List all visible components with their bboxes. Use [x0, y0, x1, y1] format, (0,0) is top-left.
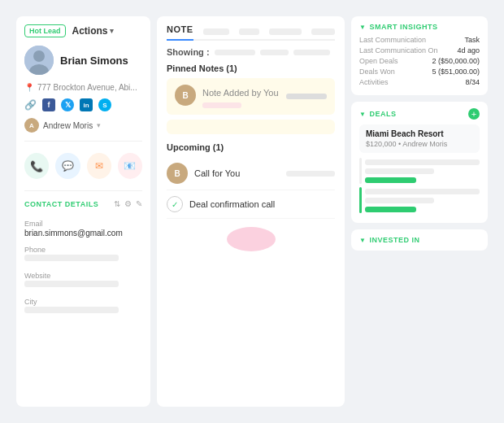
chevron-down-icon: ▼	[359, 111, 366, 118]
upcoming-time	[286, 171, 335, 177]
linkedin-icon[interactable]: in	[80, 98, 93, 111]
link-icon[interactable]: 🔗	[24, 99, 37, 111]
phone-field: Phone	[24, 242, 142, 264]
add-deal-button[interactable]: +	[468, 108, 480, 120]
insight-last-comm-on: Last Communication On 4d ago	[359, 46, 480, 55]
tab-placeholder-3[interactable]	[269, 28, 302, 35]
city-field: City	[24, 294, 142, 316]
deal-bar-accent-2	[359, 187, 362, 213]
phone-button[interactable]: 📞	[24, 153, 49, 179]
tabs-row: NOTE	[167, 24, 335, 41]
deal-amount-owner: $120,000 • Andrew Moris	[366, 140, 473, 148]
deal-name: Miami Beach Resort	[366, 129, 473, 138]
edit-icon[interactable]: ✎	[136, 199, 142, 208]
smart-insights-card: ▼ SMART INSIGHTS Last Communication Task…	[351, 16, 488, 95]
tab-placeholder-1[interactable]	[203, 28, 230, 35]
upcoming-call-text: Call for You	[194, 168, 280, 178]
pinned-note-card[interactable]: B Note Added by You	[167, 78, 335, 115]
contact-details-title: CONTACT DETAILS	[24, 200, 98, 208]
action-icons-row: 📞 💬 ✉ 📧	[24, 153, 142, 179]
app-container: Hot Lead Actions ▾ Brian Simons 📍 777 Br…	[8, 8, 496, 415]
contact-name-row: Brian Simons	[24, 46, 142, 75]
twitter-icon[interactable]: 𝕏	[61, 98, 74, 111]
insight-last-comm: Last Communication Task	[359, 36, 480, 44]
deals-title: ▼ DEALS	[359, 110, 396, 118]
divider	[24, 141, 142, 142]
upcoming-title: Upcoming (1)	[167, 142, 335, 152]
deal-bar-row-1	[359, 158, 480, 184]
note-text: Note Added by You	[202, 88, 279, 98]
upcoming-avatar: B	[167, 163, 188, 184]
location-icon: 📍	[24, 83, 34, 92]
email-field: Email brian.simmons@gmail.com	[24, 216, 142, 238]
tab-placeholder-2[interactable]	[239, 28, 259, 35]
insight-deals-won: Deals Won 5 ($51,000.00)	[359, 68, 480, 76]
right-panel: ▼ SMART INSIGHTS Last Communication Task…	[351, 16, 488, 407]
divider2	[24, 190, 142, 191]
showing-label: Showing :	[167, 47, 210, 57]
gear-icon[interactable]: ⚙	[124, 199, 132, 208]
chevron-down-icon: ▼	[359, 24, 366, 31]
contact-detail-icons[interactable]: ⇅ ⚙ ✎	[114, 199, 142, 208]
address-text: 777 Brockton Avenue, Abi...	[37, 83, 137, 92]
chevron-down-icon: ▼	[359, 237, 366, 244]
owner-avatar: A	[24, 118, 39, 133]
skype-icon[interactable]: S	[98, 98, 111, 111]
note-content: Note Added by You	[202, 85, 280, 108]
contact-details-header: CONTACT DETAILS ⇅ ⚙ ✎	[24, 199, 142, 208]
contact-name: Brian Simons	[60, 55, 128, 67]
invested-in-card: ▼ INVESTED IN	[351, 229, 488, 251]
upcoming-item-call[interactable]: B Call for You	[167, 157, 335, 190]
owner-chevron-icon: ▾	[97, 121, 101, 129]
actions-button[interactable]: Actions ▾	[72, 25, 114, 37]
deals-header: ▼ DEALS +	[359, 108, 480, 120]
facebook-icon[interactable]: f	[42, 98, 55, 111]
deal-lines-1	[365, 159, 480, 183]
deal-line-1	[365, 159, 480, 165]
pinned-note-extra	[167, 120, 335, 134]
note-timestamp	[286, 94, 327, 99]
avatar	[24, 46, 54, 75]
email2-button[interactable]: 📧	[118, 153, 142, 179]
deal-bar-accent-1	[359, 158, 362, 184]
smart-insights-title: ▼ SMART INSIGHTS	[359, 23, 480, 31]
deal-progress-bar-2	[365, 207, 416, 212]
deal-progress-bar-1	[365, 177, 416, 183]
deal-line-3	[365, 189, 480, 194]
showing-placeholder-1	[215, 50, 255, 55]
showing-placeholder-3	[293, 50, 330, 55]
message-button[interactable]: 💬	[55, 153, 80, 179]
note-placeholder	[202, 102, 241, 108]
upcoming-item-deal[interactable]: ✓ Deal confirmation call	[167, 190, 335, 219]
address-row: 📍 777 Brockton Avenue, Abi...	[24, 83, 142, 92]
deal-bar-row-2	[359, 187, 480, 213]
insight-open-deals: Open Deals 2 ($50,000.00)	[359, 57, 480, 65]
deal-line-4	[365, 198, 434, 203]
decorative-blob	[227, 227, 276, 251]
owner-name: Andrew Moris	[43, 121, 93, 130]
showing-row: Showing :	[167, 47, 335, 57]
hot-lead-badge: Hot Lead	[24, 24, 66, 37]
email-button[interactable]: ✉	[87, 153, 111, 179]
insight-activities: Activities 8/34	[359, 78, 480, 86]
check-icon: ✓	[167, 196, 183, 212]
middle-panel: NOTE Showing : Pinned Notes (1) B Note A…	[157, 16, 345, 407]
tab-placeholder-4[interactable]	[311, 28, 335, 35]
svg-point-1	[33, 50, 45, 62]
top-bar: Hot Lead Actions ▾	[24, 24, 142, 37]
chevron-down-icon: ▾	[110, 27, 114, 35]
left-panel: Hot Lead Actions ▾ Brian Simons 📍 777 Br…	[16, 16, 150, 407]
owner-row: A Andrew Moris ▾	[24, 118, 142, 133]
deal-lines-2	[365, 189, 480, 212]
deal-line-2	[365, 168, 434, 174]
website-field: Website	[24, 268, 142, 290]
pinned-notes-title: Pinned Notes (1)	[167, 63, 335, 73]
sort-icon[interactable]: ⇅	[114, 199, 120, 208]
social-row[interactable]: 🔗 f 𝕏 in S	[24, 98, 142, 111]
showing-placeholder-2	[260, 50, 289, 55]
note-avatar: B	[175, 85, 196, 106]
upcoming-deal-text: Deal confirmation call	[189, 199, 335, 209]
tab-note[interactable]: NOTE	[167, 24, 193, 41]
invested-in-title: ▼ INVESTED IN	[359, 236, 480, 244]
deal-card-miami[interactable]: Miami Beach Resort $120,000 • Andrew Mor…	[359, 124, 480, 153]
